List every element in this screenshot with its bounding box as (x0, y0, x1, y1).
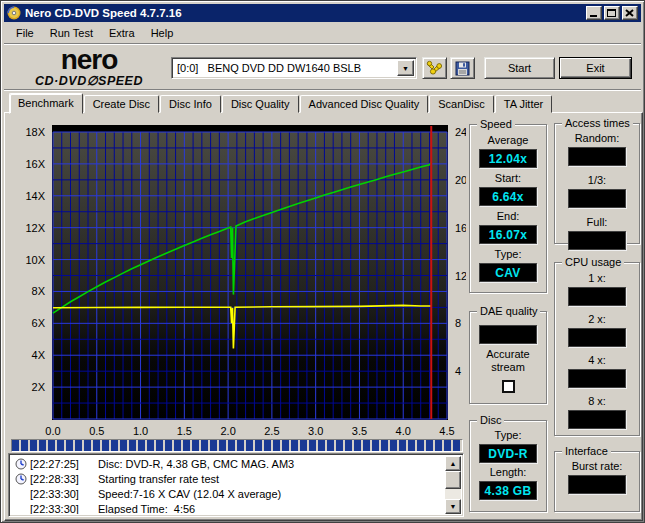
app-window: Nero CD-DVD Speed 4.7.7.16 FileRun TestE… (0, 0, 645, 523)
field-label: Length: (490, 467, 527, 478)
y-right-tick-label: 4 (455, 365, 461, 377)
start-button-label: Start (508, 62, 531, 74)
lcd-display: 4.38 GB (479, 481, 537, 500)
floppy-save-icon (455, 61, 470, 76)
app-icon (7, 6, 21, 20)
field: 8 x: (568, 396, 626, 429)
lcd-display (568, 231, 626, 250)
lcd-display (568, 189, 626, 208)
exit-button-label: Exit (586, 62, 604, 74)
scroll-up-icon: ▲ (450, 460, 457, 467)
field-label: Type: (495, 249, 522, 260)
field-label: Start: (495, 173, 521, 184)
log-scrollbar[interactable]: ▲ ▼ (445, 456, 461, 514)
benchmark-chart: 2X4X6X8X10X12X14X16X18X48121620240.00.51… (6, 115, 466, 449)
accurate-stream-label: Accurate stream (473, 348, 543, 374)
accurate-stream-checkbox[interactable] (502, 380, 515, 393)
tab-advanced-disc-quality[interactable]: Advanced Disc Quality (300, 95, 429, 113)
group-title-interface: Interface (562, 445, 611, 457)
tab-strip: BenchmarkCreate DiscDisc InfoDisc Qualit… (9, 93, 553, 113)
lcd-display: CAV (479, 263, 537, 282)
menu-item-extra[interactable]: Extra (101, 25, 143, 41)
x-tick-label: 2.0 (220, 425, 235, 437)
drive-select-value: [0:0] BENQ DVD DD DW1640 BSLB (172, 62, 397, 74)
field-label: 8 x: (588, 396, 606, 407)
field-label: Type: (495, 430, 522, 441)
group-title-speed: Speed (477, 118, 515, 130)
drive-select-combobox[interactable]: [0:0] BENQ DVD DD DW1640 BSLB ▼ (171, 57, 417, 79)
tab-disc-quality[interactable]: Disc Quality (222, 95, 299, 113)
lcd-display: DVD-R (479, 444, 537, 463)
y-left-tick-label: 16X (25, 158, 45, 170)
scroll-up-button[interactable]: ▲ (445, 456, 461, 471)
maximize-button[interactable] (604, 6, 620, 20)
x-tick-label: 3.5 (352, 425, 367, 437)
nero-logo-text: nero (9, 46, 169, 74)
log-entry: [22:33:30]Speed:7-16 X CAV (12.04 X aver… (11, 486, 445, 501)
y-right-tick-label: 20 (455, 174, 466, 186)
log-panel[interactable]: [22:27:25]Disc: DVD-R, 4.38 GB, CMC MAG.… (8, 453, 464, 517)
close-button[interactable] (622, 6, 638, 20)
field-label: Full: (587, 217, 608, 228)
field-label: Random: (575, 133, 620, 144)
menu-item-run-test[interactable]: Run Test (42, 25, 101, 41)
x-tick-label: 1.0 (133, 425, 148, 437)
options-button[interactable] (422, 57, 447, 79)
scroll-down-button[interactable]: ▼ (445, 499, 461, 514)
log-message: Elapsed Time: 4:56 (98, 503, 195, 515)
field-label: End: (497, 211, 520, 222)
start-button[interactable]: Start (484, 57, 555, 79)
group-title-cpu-usage: CPU usage (562, 256, 624, 268)
field: 2 x: (568, 314, 626, 347)
field: Average12.04x (479, 135, 537, 168)
y-right-tick-label: 24 (455, 126, 466, 138)
minimize-button[interactable] (586, 6, 602, 20)
chevron-down-icon[interactable]: ▼ (397, 60, 414, 76)
log-timestamp: [22:27:25] (30, 458, 92, 470)
tab-scandisc[interactable]: ScanDisc (429, 95, 493, 113)
progress-bar (11, 439, 463, 452)
log-message: Starting transfer rate test (98, 473, 219, 485)
menu-item-file[interactable]: File (8, 25, 42, 41)
field-label: 1/3: (588, 175, 606, 186)
group-dae-quality: DAE qualityAccurate stream (469, 311, 547, 404)
y-right-tick-label: 16 (455, 222, 466, 234)
separator (4, 89, 641, 91)
log-timestamp: [22:28:33] (30, 473, 92, 485)
log-entry: [22:33:30]Elapsed Time: 4:56 (11, 501, 445, 514)
x-tick-label: 4.0 (396, 425, 411, 437)
lcd-display (568, 147, 626, 166)
group-access-times: Access timesRandom:1/3:Full: (554, 123, 640, 244)
lcd-display (568, 369, 626, 388)
log-rows: [22:27:25]Disc: DVD-R, 4.38 GB, CMC MAG.… (11, 456, 445, 514)
log-entry: [22:27:25]Disc: DVD-R, 4.38 GB, CMC MAG.… (11, 456, 445, 471)
lcd-display (568, 287, 626, 306)
maximize-icon (607, 9, 616, 17)
log-message: Speed:7-16 X CAV (12.04 X average) (98, 488, 281, 500)
lcd-display (568, 475, 626, 494)
x-tick-label: 0.0 (45, 425, 60, 437)
tab-ta-jitter[interactable]: TA Jitter (495, 95, 553, 113)
cd-dvd-speed-logo-text: CD·DVD∅SPEED (9, 75, 169, 88)
field-label: 1 x: (588, 273, 606, 284)
lcd-display: 6.64x (479, 187, 537, 206)
field-label: 2 x: (588, 314, 606, 325)
group-title-dae-quality: DAE quality (477, 305, 540, 317)
title-bar[interactable]: Nero CD-DVD Speed 4.7.7.16 (4, 4, 641, 22)
tab-disc-info[interactable]: Disc Info (160, 95, 221, 113)
exit-button[interactable]: Exit (559, 57, 632, 79)
menu-item-help[interactable]: Help (143, 25, 182, 41)
lcd-display (568, 410, 626, 429)
log-icon-spacer (15, 488, 27, 500)
close-icon (625, 9, 634, 17)
log-timestamp: [22:33:30] (30, 488, 92, 500)
save-button[interactable] (450, 57, 475, 79)
group-speed: SpeedAverage12.04xStart:6.64xEnd:16.07xT… (469, 124, 547, 293)
window-title: Nero CD-DVD Speed 4.7.7.16 (25, 7, 584, 19)
info-icon (15, 473, 27, 485)
scrollbar-thumb[interactable] (445, 471, 461, 489)
lcd-display: 12.04x (479, 149, 537, 168)
tab-benchmark[interactable]: Benchmark (9, 93, 83, 114)
tab-create-disc[interactable]: Create Disc (84, 95, 159, 113)
y-left-tick-label: 4X (32, 349, 46, 361)
